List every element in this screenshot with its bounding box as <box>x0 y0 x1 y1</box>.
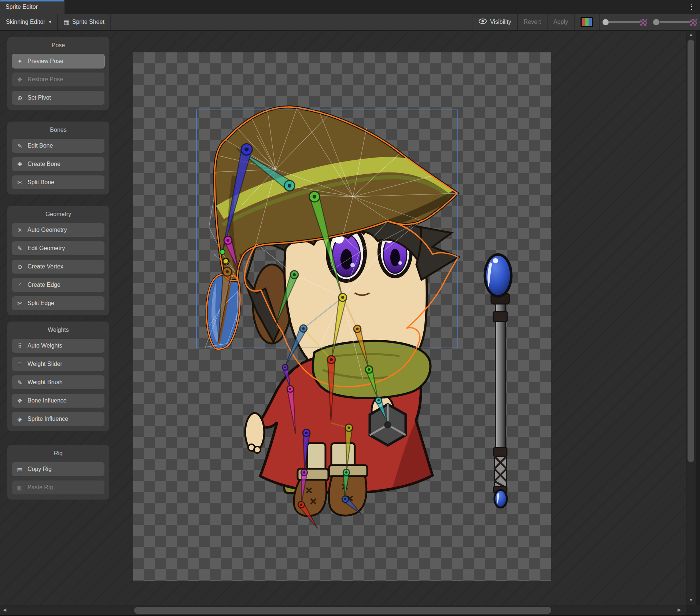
create-vertex-icon: ⊙ <box>16 263 24 270</box>
button-label: Edit Bone <box>27 142 53 149</box>
sprite-sheet-button[interactable]: ▦ Sprite Sheet <box>58 14 110 30</box>
panel-title: Bones <box>12 127 105 133</box>
auto-weights-button[interactable]: ⠿Auto Weights <box>12 338 105 353</box>
panel-title: Pose <box>12 42 105 49</box>
eye-icon <box>478 18 487 26</box>
brightness-slider-track[interactable] <box>659 21 690 23</box>
bone-node[interactable] <box>223 259 228 264</box>
create-edge-button[interactable]: ◜Create Edge <box>12 278 105 292</box>
rgb-swatch-icon <box>581 17 593 27</box>
color-channel-button[interactable] <box>575 14 599 30</box>
button-label: Weight Brush <box>27 379 63 386</box>
active-tab-accent <box>0 0 65 1</box>
set-pivot-icon: ⊕ <box>16 94 24 101</box>
brightness-slider[interactable] <box>650 14 700 30</box>
panel-bones: Bones✎Edit Bone✚Create Bone✂Split Bone <box>7 122 109 194</box>
restore-pose-button[interactable]: ✥Restore Pose <box>12 72 105 87</box>
create-bone-icon: ✚ <box>16 161 24 168</box>
horizontal-scroll-thumb[interactable] <box>134 607 551 614</box>
button-label: Set Pivot <box>27 94 51 101</box>
panel-geometry: Geometry✳Auto Geometry✎Edit Geometry⊙Cre… <box>7 206 109 315</box>
panel-rig: Rig▤Copy Rig▥Paste Rig <box>7 445 109 500</box>
skinning-editor-dropdown[interactable]: Skinning Editor ▾ <box>0 14 57 30</box>
edit-bone-icon: ✎ <box>16 142 24 149</box>
restore-pose-icon: ✥ <box>16 76 24 83</box>
sprite-influence-icon: ◈ <box>16 416 24 423</box>
sprite-sheet-icon: ▦ <box>64 19 69 26</box>
vertical-scrollbar[interactable]: ▲ ▼ <box>686 30 696 605</box>
toolbar-separator <box>110 14 111 30</box>
split-edge-icon: ✂ <box>16 300 24 307</box>
right-border <box>696 30 700 616</box>
horizontal-scrollbar[interactable]: ◀ ▶ <box>0 605 686 616</box>
preview-pose-icon: ✦ <box>16 58 24 65</box>
panel-weights: Weights⠿Auto Weights≡Weight Slider✎Weigh… <box>7 322 109 431</box>
edit-geometry-button[interactable]: ✎Edit Geometry <box>12 241 105 256</box>
button-label: Split Edge <box>27 300 54 307</box>
button-label: Restore Pose <box>27 76 63 83</box>
chevron-down-icon: ▾ <box>49 19 51 25</box>
character-sprite[interactable] <box>207 107 511 516</box>
bone-influence-icon: ❖ <box>16 397 24 404</box>
button-label: Edit Geometry <box>27 245 65 252</box>
button-label: Copy Rig <box>27 466 52 472</box>
button-label: Weight Slider <box>27 361 62 367</box>
edit-geometry-icon: ✎ <box>16 245 24 252</box>
vertical-scroll-thumb[interactable] <box>688 40 694 462</box>
weight-brush-button[interactable]: ✎Weight Brush <box>12 375 105 390</box>
panel-title: Rig <box>12 450 105 457</box>
button-label: Bone Influence <box>27 397 67 404</box>
panel-title: Weights <box>12 327 105 333</box>
auto-weights-icon: ⠿ <box>16 342 24 349</box>
bone-influence-button[interactable]: ❖Bone Influence <box>12 393 105 408</box>
paste-rig-button[interactable]: ▥Paste Rig <box>12 480 105 495</box>
preview-pose-button[interactable]: ✦Preview Pose <box>12 54 105 68</box>
scroll-left-icon[interactable]: ◀ <box>3 607 6 612</box>
brightness-slider-knob[interactable] <box>653 19 659 25</box>
tab-sprite-editor[interactable]: Sprite Editor <box>0 0 65 14</box>
button-label: Create Edge <box>27 282 60 288</box>
edit-bone-button[interactable]: ✎Edit Bone <box>12 138 105 153</box>
window-menu-icon[interactable]: ⋮ <box>688 2 696 11</box>
scroll-right-icon[interactable]: ▶ <box>678 607 681 612</box>
alpha-slider[interactable] <box>600 14 650 30</box>
scroll-up-icon[interactable]: ▲ <box>686 32 696 37</box>
tab-strip: Sprite Editor ⋮ <box>0 0 700 14</box>
panel-title: Geometry <box>12 211 105 218</box>
split-edge-button[interactable]: ✂Split Edge <box>12 296 105 311</box>
create-edge-icon: ◜ <box>16 282 24 289</box>
scroll-down-icon[interactable]: ▼ <box>686 598 696 602</box>
weight-brush-icon: ✎ <box>16 379 24 386</box>
visibility-toggle[interactable]: Visibility <box>472 14 517 30</box>
weight-slider-button[interactable]: ≡Weight Slider <box>12 357 105 371</box>
toolbar: Skinning Editor ▾ ▦ Sprite Sheet Visibil… <box>0 14 700 31</box>
sprite-sheet-label: Sprite Sheet <box>72 19 104 25</box>
scrollbar-corner <box>686 605 700 616</box>
sprite-influence-button[interactable]: ◈Sprite Influence <box>12 412 105 426</box>
alpha-checker-icon <box>640 19 647 26</box>
split-bone-icon: ✂ <box>16 179 24 186</box>
copy-rig-button[interactable]: ▤Copy Rig <box>12 462 105 476</box>
auto-geometry-icon: ✳ <box>16 227 24 234</box>
button-label: Preview Pose <box>27 58 63 64</box>
button-label: Auto Geometry <box>27 227 67 233</box>
button-label: Sprite Influence <box>27 416 68 422</box>
bone-node[interactable] <box>220 249 225 255</box>
apply-button[interactable]: Apply <box>548 14 574 30</box>
button-label: Paste Rig <box>27 484 53 491</box>
button-label: Create Vertex <box>27 263 63 270</box>
staff-sprite[interactable] <box>485 255 511 508</box>
alpha-slider-knob[interactable] <box>603 19 609 25</box>
alpha-slider-track[interactable] <box>609 21 640 23</box>
button-label: Auto Weights <box>27 342 62 349</box>
copy-rig-icon: ▤ <box>16 466 24 473</box>
create-vertex-button[interactable]: ⊙Create Vertex <box>12 259 105 274</box>
sprite-editor-window: { "window": { "tab_title": "Sprite Edito… <box>0 0 700 616</box>
skinning-editor-label: Skinning Editor <box>6 19 45 25</box>
auto-geometry-button[interactable]: ✳Auto Geometry <box>12 223 105 237</box>
revert-button[interactable]: Revert <box>518 14 547 30</box>
button-label: Split Bone <box>27 179 54 186</box>
split-bone-button[interactable]: ✂Split Bone <box>12 175 105 190</box>
create-bone-button[interactable]: ✚Create Bone <box>12 157 105 171</box>
set-pivot-button[interactable]: ⊕Set Pivot <box>12 90 105 105</box>
